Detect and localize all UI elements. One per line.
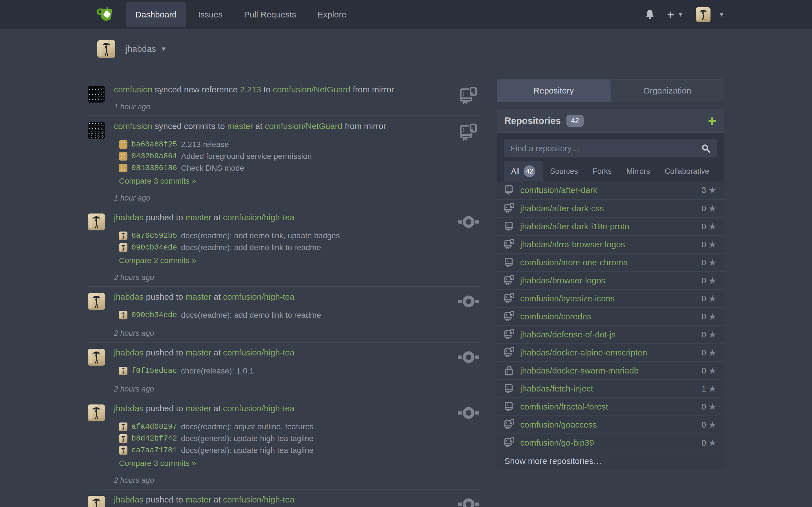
repo-link[interactable]: jhabdas/fetch-inject (520, 384, 702, 393)
repo-icon (504, 258, 513, 268)
tab-repository[interactable]: Repository (497, 79, 610, 102)
repo-filter-forks[interactable]: Forks (585, 161, 619, 181)
repo-filter-collaborative[interactable]: Collaborative (658, 161, 717, 181)
feed-link[interactable]: comfusion/high-tea (223, 292, 294, 301)
user-menu-button[interactable]: ▼ (696, 7, 725, 22)
repo-link[interactable]: comfusion/bytesize-icons (520, 294, 702, 303)
feed-item-type-icon (457, 349, 480, 393)
plus-icon: + (667, 8, 675, 21)
show-more-repositories-link[interactable]: Show more repositories… (497, 452, 724, 470)
repo-link[interactable]: jhabdas/docker-swarm-mariadb (520, 366, 702, 376)
feed-item: jhabdas pushed to master at comfusion/hi… (88, 398, 480, 490)
identicon-avatar (119, 164, 128, 172)
commit-sha-link[interactable]: 0810386186 (132, 164, 177, 172)
nav-item-issues[interactable]: Issues (189, 2, 232, 27)
feed-link[interactable]: master (186, 404, 211, 413)
repo-link[interactable]: jhabdas/browser-logos (520, 276, 702, 285)
notifications-button[interactable] (645, 9, 655, 20)
repo-star-count: 0 ★ (702, 258, 716, 267)
feed-link[interactable]: comfusion/high-tea (223, 213, 294, 222)
repo-link[interactable]: jhabdas/after-dark-css (520, 204, 702, 213)
repo-row: jhabdas/defense-of-dot-js 0 ★ (497, 325, 724, 343)
nav-item-dashboard[interactable]: Dashboard (126, 2, 186, 27)
commit-sha-link[interactable]: 8a76c592b5 (132, 231, 177, 240)
feed-link[interactable]: jhabdas (114, 348, 144, 357)
tab-organization[interactable]: Organization (610, 79, 724, 102)
feed-link[interactable]: comfusion/high-tea (223, 495, 294, 504)
feed-link[interactable]: master (186, 213, 211, 222)
feed-link[interactable]: jhabdas (114, 213, 144, 222)
nav-item-explore[interactable]: Explore (308, 2, 356, 27)
commit-sha-link[interactable]: b8d42bf742 (132, 434, 177, 443)
commit-sha-link[interactable]: 0432b9a864 (132, 152, 177, 161)
feed-item-type-icon (457, 496, 480, 507)
star-icon: ★ (708, 420, 716, 429)
nav-item-pull-requests[interactable]: Pull Requests (234, 2, 306, 27)
actor-avatar[interactable] (88, 214, 105, 230)
repo-link[interactable]: jhabdas/defense-of-dot-js (520, 330, 702, 339)
feed-link[interactable]: 2.213 (240, 85, 261, 94)
commit-sha-link[interactable]: ca7aa71781 (132, 446, 177, 455)
feed-link[interactable]: jhabdas (114, 292, 144, 301)
repo-link[interactable]: comfusion/goaccess (520, 420, 702, 430)
compare-commits-link[interactable]: Compare 3 commits » (119, 176, 196, 186)
scope-tabs: Repository Organization (497, 79, 724, 102)
umbrella-person-photo (88, 496, 105, 507)
actor-avatar[interactable] (88, 349, 105, 365)
feed-link[interactable]: comfusion/NetGuard (273, 85, 350, 94)
repo-link[interactable]: comfusion/coredns (520, 312, 702, 321)
repo-list: comfusion/after-dark 3 ★ jhabdas/after-d… (497, 181, 724, 452)
feed-link[interactable]: comfusion/high-tea (223, 404, 294, 413)
add-repository-button[interactable]: + (708, 114, 716, 128)
compare-commits-link[interactable]: Compare 2 commits » (119, 256, 196, 265)
actor-avatar[interactable] (88, 293, 105, 310)
context-switcher[interactable]: jhabdas ▼ (0, 29, 812, 69)
commit-sha-link[interactable]: ba60a68f25 (132, 140, 177, 149)
feed-link[interactable]: jhabdas (114, 495, 144, 504)
feed-link[interactable]: comfusion/NetGuard (265, 121, 342, 131)
actor-avatar[interactable] (88, 86, 105, 103)
umbrella-person-photo (88, 214, 105, 230)
actor-avatar[interactable] (88, 122, 105, 139)
chevron-down-icon: ▼ (677, 11, 683, 18)
filter-label: Sources (550, 167, 578, 176)
create-new-button[interactable]: + ▼ (667, 8, 684, 21)
commit-sha-link[interactable]: f0f15edcac (132, 367, 177, 375)
repo-filter-all[interactable]: All42 (504, 161, 543, 181)
commit-sha-link[interactable]: 090cb34ede (132, 243, 177, 252)
feed-text: pushed to (144, 404, 185, 413)
feed-link[interactable]: master (186, 292, 211, 301)
mirror-icon (504, 437, 516, 448)
feed-link[interactable]: comfusion/high-tea (223, 348, 294, 357)
repo-link[interactable]: jhabdas/alrra-browser-logos (520, 240, 702, 249)
search-icon[interactable] (701, 144, 711, 153)
commit-message: docs(readme): add demo link to readme (181, 311, 321, 320)
top-navbar: DashboardIssuesPull RequestsExplore + ▼ (0, 0, 812, 29)
repo-link[interactable]: comfusion/fractal-forest (520, 402, 702, 411)
repo-filter-mirrors[interactable]: Mirrors (619, 161, 658, 181)
repo-icon (504, 221, 513, 232)
repo-link[interactable]: jhabdas/after-dark-i18n-proto (520, 222, 702, 231)
commit-sha-link[interactable]: afa4d08297 (132, 422, 177, 431)
compare-commits-link[interactable]: Compare 3 commits » (119, 459, 196, 468)
repo-link[interactable]: jhabdas/docker-alpine-emscripten (520, 348, 702, 357)
actor-avatar[interactable] (88, 404, 105, 421)
feed-link[interactable]: comfusion (114, 121, 153, 131)
search-input[interactable] (510, 144, 701, 154)
repo-link[interactable]: comfusion/atom-one-chroma (520, 258, 702, 267)
repo-filter-sources[interactable]: Sources (543, 161, 585, 181)
commit-list: 090cb34ede docs(readme): add demo link t… (119, 309, 457, 321)
feed-link[interactable]: comfusion (114, 85, 153, 94)
feed-link[interactable]: master (227, 121, 253, 131)
feed-item: jhabdas pushed to master at comfusion/hi… (88, 342, 480, 398)
commit-sha-link[interactable]: 090cb34ede (132, 311, 177, 320)
feed-link[interactable]: master (186, 495, 211, 504)
repo-link[interactable]: comfusion/after-dark (520, 185, 702, 195)
actor-avatar[interactable] (88, 496, 105, 507)
repo-link[interactable]: comfusion/go-bip39 (520, 438, 702, 448)
gitea-logo[interactable] (96, 0, 113, 29)
feed-link[interactable]: master (186, 348, 211, 357)
feed-text: at (253, 121, 265, 131)
mirror-icon (504, 203, 516, 214)
feed-link[interactable]: jhabdas (114, 404, 144, 413)
